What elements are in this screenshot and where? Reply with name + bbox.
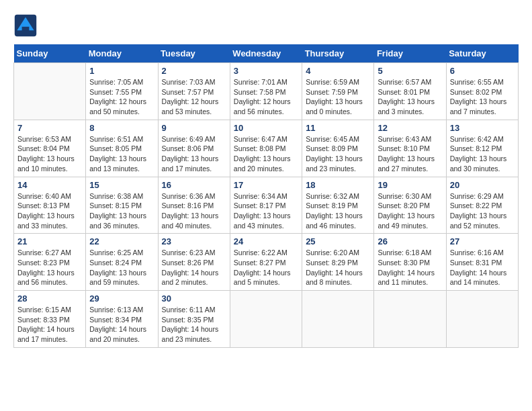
day-number: 1 (89, 66, 154, 76)
day-cell: 24Sunrise: 6:22 AM Sunset: 8:27 PM Dayli… (230, 234, 302, 291)
day-number: 30 (162, 293, 226, 304)
day-number: 10 (234, 123, 298, 133)
day-cell: 2Sunrise: 7:03 AM Sunset: 7:57 PM Daylig… (158, 63, 230, 120)
day-cell: 18Sunrise: 6:32 AM Sunset: 8:19 PM Dayli… (302, 177, 374, 234)
day-cell: 21Sunrise: 6:27 AM Sunset: 8:23 PM Dayli… (14, 234, 86, 291)
day-number: 28 (17, 293, 82, 304)
day-number: 6 (450, 66, 515, 76)
day-cell: 20Sunrise: 6:29 AM Sunset: 8:22 PM Dayli… (446, 177, 518, 234)
day-info: Sunrise: 6:25 AM Sunset: 8:24 PM Dayligh… (89, 248, 154, 287)
header-cell-sunday: Sunday (14, 44, 86, 63)
day-cell: 26Sunrise: 6:18 AM Sunset: 8:30 PM Dayli… (374, 234, 446, 291)
day-cell: 23Sunrise: 6:23 AM Sunset: 8:26 PM Dayli… (158, 234, 230, 291)
day-number: 11 (306, 123, 370, 133)
day-cell: 25Sunrise: 6:20 AM Sunset: 8:29 PM Dayli… (302, 234, 374, 291)
day-cell: 7Sunrise: 6:53 AM Sunset: 8:04 PM Daylig… (14, 120, 86, 177)
day-cell: 6Sunrise: 6:55 AM Sunset: 8:02 PM Daylig… (446, 63, 518, 120)
header-cell-thursday: Thursday (302, 44, 374, 63)
day-number: 12 (378, 123, 442, 133)
week-row-3: 14Sunrise: 6:40 AM Sunset: 8:13 PM Dayli… (14, 177, 519, 234)
day-info: Sunrise: 6:20 AM Sunset: 8:29 PM Dayligh… (306, 248, 370, 287)
day-number: 24 (234, 236, 298, 246)
week-row-4: 21Sunrise: 6:27 AM Sunset: 8:23 PM Dayli… (14, 234, 519, 291)
day-cell (302, 291, 374, 348)
day-cell: 15Sunrise: 6:38 AM Sunset: 8:15 PM Dayli… (86, 177, 158, 234)
day-cell: 16Sunrise: 6:36 AM Sunset: 8:16 PM Dayli… (158, 177, 230, 234)
day-cell: 1Sunrise: 7:05 AM Sunset: 7:55 PM Daylig… (86, 63, 158, 120)
day-cell (230, 291, 302, 348)
day-info: Sunrise: 6:23 AM Sunset: 8:26 PM Dayligh… (162, 248, 226, 287)
day-number: 2 (162, 66, 226, 76)
day-number: 13 (450, 123, 515, 133)
day-number: 5 (378, 66, 442, 76)
header-cell-wednesday: Wednesday (230, 44, 302, 63)
calendar-header: SundayMondayTuesdayWednesdayThursdayFrid… (14, 44, 519, 63)
day-cell: 19Sunrise: 6:30 AM Sunset: 8:20 PM Dayli… (374, 177, 446, 234)
svg-rect-2 (22, 27, 30, 32)
header-cell-saturday: Saturday (446, 44, 518, 63)
day-number: 26 (378, 236, 442, 246)
day-info: Sunrise: 6:59 AM Sunset: 7:59 PM Dayligh… (306, 77, 370, 117)
day-info: Sunrise: 6:38 AM Sunset: 8:15 PM Dayligh… (89, 191, 154, 231)
day-info: Sunrise: 6:27 AM Sunset: 8:23 PM Dayligh… (17, 248, 82, 287)
day-number: 17 (234, 180, 298, 190)
day-cell: 22Sunrise: 6:25 AM Sunset: 8:24 PM Dayli… (86, 234, 158, 291)
week-row-1: 1Sunrise: 7:05 AM Sunset: 7:55 PM Daylig… (14, 63, 519, 120)
logo (13, 13, 42, 38)
day-number: 21 (17, 236, 82, 246)
day-cell: 4Sunrise: 6:59 AM Sunset: 7:59 PM Daylig… (302, 63, 374, 120)
day-info: Sunrise: 6:57 AM Sunset: 8:01 PM Dayligh… (378, 77, 442, 117)
day-number: 25 (306, 236, 370, 246)
day-number: 14 (17, 180, 82, 190)
day-info: Sunrise: 6:15 AM Sunset: 8:33 PM Dayligh… (17, 305, 82, 345)
day-info: Sunrise: 6:55 AM Sunset: 8:02 PM Dayligh… (450, 77, 515, 117)
day-number: 23 (162, 236, 226, 246)
day-info: Sunrise: 6:32 AM Sunset: 8:19 PM Dayligh… (306, 191, 370, 231)
day-number: 9 (162, 123, 226, 133)
day-cell (446, 291, 518, 348)
day-info: Sunrise: 6:22 AM Sunset: 8:27 PM Dayligh… (234, 248, 298, 287)
day-number: 4 (306, 66, 370, 76)
day-info: Sunrise: 6:40 AM Sunset: 8:13 PM Dayligh… (17, 191, 82, 231)
day-info: Sunrise: 6:29 AM Sunset: 8:22 PM Dayligh… (450, 191, 515, 231)
day-info: Sunrise: 6:43 AM Sunset: 8:10 PM Dayligh… (378, 134, 442, 174)
day-cell: 11Sunrise: 6:45 AM Sunset: 8:09 PM Dayli… (302, 120, 374, 177)
calendar-body: 1Sunrise: 7:05 AM Sunset: 7:55 PM Daylig… (14, 63, 519, 348)
day-info: Sunrise: 7:05 AM Sunset: 7:55 PM Dayligh… (89, 77, 154, 117)
day-cell: 13Sunrise: 6:42 AM Sunset: 8:12 PM Dayli… (446, 120, 518, 177)
day-number: 7 (17, 123, 82, 133)
header-row: SundayMondayTuesdayWednesdayThursdayFrid… (14, 44, 519, 63)
day-cell: 29Sunrise: 6:13 AM Sunset: 8:34 PM Dayli… (86, 291, 158, 348)
day-cell: 3Sunrise: 7:01 AM Sunset: 7:58 PM Daylig… (230, 63, 302, 120)
day-info: Sunrise: 6:34 AM Sunset: 8:17 PM Dayligh… (234, 191, 298, 231)
day-cell: 9Sunrise: 6:49 AM Sunset: 8:06 PM Daylig… (158, 120, 230, 177)
day-cell: 10Sunrise: 6:47 AM Sunset: 8:08 PM Dayli… (230, 120, 302, 177)
day-info: Sunrise: 6:16 AM Sunset: 8:31 PM Dayligh… (450, 248, 515, 287)
day-number: 16 (162, 180, 226, 190)
day-info: Sunrise: 6:49 AM Sunset: 8:06 PM Dayligh… (162, 134, 226, 174)
day-cell: 17Sunrise: 6:34 AM Sunset: 8:17 PM Dayli… (230, 177, 302, 234)
day-number: 3 (234, 66, 298, 76)
day-info: Sunrise: 6:47 AM Sunset: 8:08 PM Dayligh… (234, 134, 298, 174)
day-cell: 12Sunrise: 6:43 AM Sunset: 8:10 PM Dayli… (374, 120, 446, 177)
day-number: 20 (450, 180, 515, 190)
day-cell (374, 291, 446, 348)
week-row-5: 28Sunrise: 6:15 AM Sunset: 8:33 PM Dayli… (14, 291, 519, 348)
day-cell: 30Sunrise: 6:11 AM Sunset: 8:35 PM Dayli… (158, 291, 230, 348)
calendar-table: SundayMondayTuesdayWednesdayThursdayFrid… (13, 44, 519, 348)
day-number: 19 (378, 180, 442, 190)
header-cell-friday: Friday (374, 44, 446, 63)
day-number: 22 (89, 236, 154, 246)
day-cell: 27Sunrise: 6:16 AM Sunset: 8:31 PM Dayli… (446, 234, 518, 291)
day-cell: 8Sunrise: 6:51 AM Sunset: 8:05 PM Daylig… (86, 120, 158, 177)
day-number: 18 (306, 180, 370, 190)
day-info: Sunrise: 6:18 AM Sunset: 8:30 PM Dayligh… (378, 248, 442, 287)
header-cell-tuesday: Tuesday (158, 44, 230, 63)
day-cell: 28Sunrise: 6:15 AM Sunset: 8:33 PM Dayli… (14, 291, 86, 348)
day-number: 15 (89, 180, 154, 190)
day-number: 8 (89, 123, 154, 133)
day-number: 27 (450, 236, 515, 246)
day-info: Sunrise: 6:51 AM Sunset: 8:05 PM Dayligh… (89, 134, 154, 174)
day-info: Sunrise: 6:30 AM Sunset: 8:20 PM Dayligh… (378, 191, 442, 231)
day-info: Sunrise: 6:53 AM Sunset: 8:04 PM Dayligh… (17, 134, 82, 174)
